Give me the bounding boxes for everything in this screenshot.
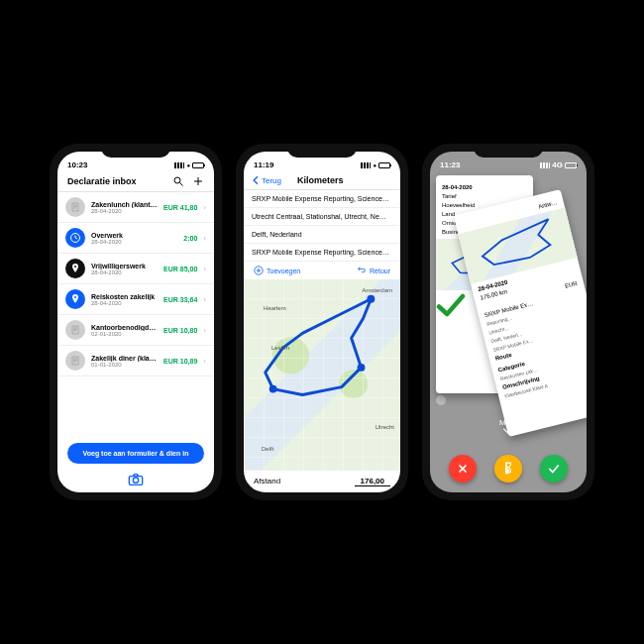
city-label: Leiden bbox=[271, 345, 289, 351]
svg-point-10 bbox=[74, 296, 76, 298]
city-label: Amsterdam bbox=[362, 287, 392, 293]
item-main: Vrijwilligerswerk28-04-2020 bbox=[91, 263, 158, 275]
phone-kilometers: 11:19 Terug Kilometers SRXP Mobile Expen… bbox=[236, 144, 408, 500]
list-item[interactable]: Reiskosten zakelijk28-04-2020EUR 33,64› bbox=[57, 284, 214, 315]
address-row[interactable]: Utrecht Centraal, Stationshal, Utrecht, … bbox=[244, 208, 400, 226]
list-item[interactable]: Kantoorbenodigdheden02-01-2020EUR 10,80› bbox=[57, 315, 214, 346]
list-item[interactable]: Overwerk28-04-20202:00› bbox=[57, 223, 214, 254]
approve-button[interactable] bbox=[540, 455, 568, 483]
status-icons bbox=[361, 161, 390, 169]
item-title: Zakenlunch (klant in omschrijving) bbox=[91, 201, 158, 208]
svg-point-9 bbox=[74, 266, 76, 268]
svg-rect-4 bbox=[72, 203, 78, 211]
item-title: Vrijwilligerswerk bbox=[91, 263, 158, 269]
item-amount: EUR 33,64 bbox=[163, 296, 197, 303]
svg-rect-15 bbox=[72, 357, 78, 365]
address-row[interactable]: SRXP Mobile Expense Reporting, Science… bbox=[244, 244, 400, 262]
reject-button[interactable] bbox=[449, 455, 477, 483]
list-item[interactable]: Zakenlunch (klant in omschrijving)28-04-… bbox=[57, 192, 214, 223]
wifi-icon bbox=[186, 161, 190, 169]
svg-line-1 bbox=[180, 183, 183, 186]
svg-point-20 bbox=[133, 478, 138, 483]
battery-icon bbox=[192, 162, 204, 168]
battery-icon bbox=[565, 162, 577, 168]
more-label[interactable]: Meer bbox=[430, 418, 587, 437]
item-title: Zakelijk diner (klant in omschrijving) bbox=[91, 355, 158, 362]
battery-icon bbox=[378, 162, 390, 168]
item-amount: EUR 85,00 bbox=[163, 266, 197, 272]
category-icon bbox=[65, 259, 85, 278]
retour-label: Retour bbox=[370, 268, 390, 274]
item-title: Kantoorbenodigdheden bbox=[91, 324, 158, 331]
item-main: Overwerk28-04-2020 bbox=[91, 232, 177, 245]
submit-button[interactable]: Voeg toe aan formulier & dien in bbox=[67, 443, 204, 464]
distance-label: Afstand bbox=[254, 477, 280, 486]
status-icons bbox=[174, 161, 204, 169]
chevron-right-icon: › bbox=[203, 295, 206, 304]
svg-point-24 bbox=[367, 295, 375, 303]
item-main: Reiskosten zakelijk28-04-2020 bbox=[91, 293, 158, 306]
distance-value[interactable]: 176,00 bbox=[355, 477, 390, 486]
item-date: 28-04-2020 bbox=[91, 208, 158, 214]
status-time: 11:23 bbox=[440, 161, 460, 169]
submit-label: Voeg toe aan formulier & dien in bbox=[83, 450, 189, 457]
item-main: Zakenlunch (klant in omschrijving)28-04-… bbox=[91, 201, 158, 214]
item-date: 01-01-2020 bbox=[91, 362, 158, 368]
category-icon bbox=[65, 197, 85, 217]
signal-icon bbox=[361, 162, 371, 168]
address-row[interactable]: SRXP Mobile Expense Reporting, Science… bbox=[244, 190, 400, 208]
route-map[interactable]: Amsterdam Haarlem Leiden Utrecht Delft bbox=[244, 279, 400, 470]
svg-rect-11 bbox=[72, 326, 78, 334]
item-amount: EUR 10,89 bbox=[163, 358, 197, 365]
status-time: 10:23 bbox=[67, 161, 87, 169]
chevron-right-icon: › bbox=[203, 357, 206, 366]
category-icon bbox=[65, 351, 85, 371]
status-time: 11:19 bbox=[254, 161, 273, 169]
hold-button[interactable] bbox=[494, 455, 522, 483]
category-icon bbox=[65, 320, 85, 340]
add-waypoint-button[interactable]: Toevoegen bbox=[254, 266, 300, 275]
signal-icon bbox=[540, 162, 550, 168]
item-date: 28-04-2020 bbox=[91, 239, 177, 245]
item-date: 02-01-2020 bbox=[91, 331, 158, 337]
approve-checkmark-icon bbox=[436, 290, 466, 320]
chevron-right-icon: › bbox=[203, 234, 206, 243]
item-amount: EUR 41,80 bbox=[163, 204, 197, 211]
step-dot bbox=[436, 395, 446, 405]
item-main: Zakelijk diner (klant in omschrijving)01… bbox=[91, 355, 158, 368]
nav-bar: Declaratie inbox bbox=[57, 171, 214, 192]
phone-inbox: 10:23 Declaratie inbox Zakenlunch (klant… bbox=[50, 144, 222, 500]
chevron-right-icon: › bbox=[203, 265, 206, 273]
item-title: Reiskosten zakelijk bbox=[91, 293, 158, 300]
list-item[interactable]: Vrijwilligerswerk28-04-2020EUR 85,00› bbox=[57, 254, 214, 284]
search-icon[interactable] bbox=[172, 175, 184, 187]
chevron-right-icon: › bbox=[203, 203, 206, 212]
wifi-icon bbox=[373, 161, 376, 169]
status-icons: 4G bbox=[540, 161, 577, 169]
category-icon bbox=[65, 228, 85, 248]
camera-button[interactable] bbox=[57, 470, 214, 492]
item-title: Overwerk bbox=[91, 232, 177, 239]
list-item[interactable]: Zakelijk diner (klant in omschrijving)01… bbox=[57, 346, 214, 376]
action-row bbox=[430, 455, 587, 483]
city-label: Delft bbox=[262, 446, 273, 452]
item-amount: 2:00 bbox=[183, 235, 197, 242]
address-row[interactable]: Delft, Nederland bbox=[244, 226, 400, 244]
chevron-right-icon: › bbox=[203, 326, 206, 335]
add-icon[interactable] bbox=[192, 175, 204, 187]
svg-point-25 bbox=[358, 364, 366, 372]
distance-row: Afstand 176,00 bbox=[244, 470, 400, 492]
back-button[interactable]: Terug bbox=[252, 175, 281, 185]
signal-icon bbox=[174, 162, 184, 168]
city-label: Haarlem bbox=[264, 305, 286, 311]
item-main: Kantoorbenodigdheden02-01-2020 bbox=[91, 324, 158, 337]
card-stack[interactable]: 28-04-2020 Tarief Hoeveelheid Land Omsch… bbox=[430, 171, 587, 492]
item-date: 28-04-2020 bbox=[91, 300, 158, 306]
item-date: 28-04-2020 bbox=[91, 269, 158, 275]
item-amount: EUR 10,80 bbox=[163, 327, 197, 334]
retour-button[interactable]: Retour bbox=[357, 266, 390, 275]
back-label: Terug bbox=[262, 176, 281, 185]
address-list: SRXP Mobile Expense Reporting, Science…U… bbox=[244, 190, 400, 262]
page-title: Kilometers bbox=[297, 175, 344, 185]
svg-point-26 bbox=[269, 385, 277, 393]
